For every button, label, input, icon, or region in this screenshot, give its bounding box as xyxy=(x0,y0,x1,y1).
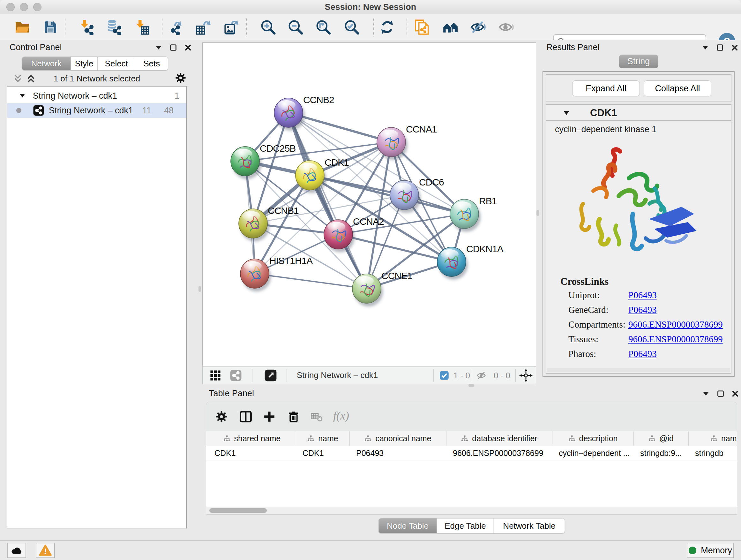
function-builder-icon[interactable]: f(x) xyxy=(333,409,349,422)
column-header-name[interactable]: name xyxy=(296,431,350,446)
cloud-service-button[interactable] xyxy=(7,543,26,558)
fit-content-crosshair-icon[interactable] xyxy=(519,369,533,382)
tab-sets[interactable]: Sets xyxy=(135,57,168,70)
tab-network-table[interactable]: Network Table xyxy=(494,518,565,533)
column-header-shared-name[interactable]: shared name xyxy=(208,431,296,446)
network-node-CCNA2[interactable] xyxy=(324,220,353,249)
zoom-fit-button[interactable] xyxy=(314,18,332,36)
network-node-CCNA1[interactable] xyxy=(377,127,406,157)
zoom-out-button[interactable] xyxy=(286,18,305,36)
crosslink-link[interactable]: 9606.ENSP00000378699 xyxy=(628,334,723,345)
network-view-type-icon[interactable] xyxy=(230,369,242,381)
hide-selected-button[interactable] xyxy=(469,18,487,36)
export-table-button[interactable] xyxy=(194,18,212,36)
entry-header[interactable]: CDK1 xyxy=(546,105,731,121)
close-panel-icon[interactable] xyxy=(184,44,192,51)
network-row[interactable]: String Network – cdk1 11 48 xyxy=(7,103,186,118)
crosslink-link[interactable]: P06493 xyxy=(628,305,657,315)
show-all-button[interactable] xyxy=(497,18,515,36)
memory-button[interactable]: Memory xyxy=(687,543,734,558)
float-panel-icon[interactable] xyxy=(155,44,162,51)
apply-layout-button[interactable] xyxy=(378,18,396,36)
network-node-CCNB1[interactable] xyxy=(239,209,267,238)
collapse-all-button[interactable]: Collapse All xyxy=(644,80,711,97)
export-image-button[interactable] xyxy=(222,18,240,36)
tab-string[interactable]: String xyxy=(619,55,658,68)
tab-edge-table[interactable]: Edge Table xyxy=(437,518,494,533)
import-table-file-button[interactable] xyxy=(133,18,151,36)
zoom-in-button[interactable] xyxy=(259,18,277,36)
table-row[interactable]: CDK1CDK1P064939606.ENSP00000378699cyclin… xyxy=(206,446,737,460)
network-canvas[interactable]: CCNB2CCNA1CDC25BCDK1CDC6RB1CCNB1CCNA2CDK… xyxy=(202,43,536,366)
delete-table-button[interactable] xyxy=(308,408,326,426)
table-cell[interactable]: CDK1 xyxy=(296,446,350,460)
column-header-@id[interactable]: @id xyxy=(634,431,689,446)
tab-node-table[interactable]: Node Table xyxy=(379,518,437,533)
maximize-panel-icon[interactable] xyxy=(717,390,724,397)
network-node-CCNE1[interactable] xyxy=(352,274,381,303)
network-collection-row[interactable]: String Network – cdk1 1 xyxy=(7,88,186,103)
network-node-CDKN1A[interactable] xyxy=(437,247,466,276)
export-network-button[interactable] xyxy=(166,18,185,36)
float-panel-icon[interactable] xyxy=(702,390,710,397)
delete-column-button[interactable] xyxy=(285,408,302,426)
table-cell[interactable]: 9606.ENSP00000378699 xyxy=(447,446,552,460)
new-network-from-selection-button[interactable] xyxy=(413,18,431,36)
network-node-RB1[interactable] xyxy=(450,199,479,229)
entry-disclosure-icon[interactable] xyxy=(562,109,570,117)
table-cell[interactable]: CDK1 xyxy=(208,446,296,460)
column-header-namespace[interactable]: namespace xyxy=(689,431,737,446)
close-panel-icon[interactable] xyxy=(731,44,738,51)
close-panel-icon[interactable] xyxy=(731,390,739,397)
expand-all-button[interactable]: Expand All xyxy=(572,80,640,97)
column-header-canonical-name[interactable]: canonical name xyxy=(350,431,447,446)
network-edge-HIST1H1A-CCNE1[interactable] xyxy=(255,273,367,289)
column-header-database-identifier[interactable]: database identifier xyxy=(447,431,552,446)
hidden-eye-icon[interactable] xyxy=(476,370,487,381)
table-settings-button[interactable] xyxy=(212,408,230,426)
crosslink-row: Compartments:9606.ENSP00000378699 xyxy=(546,319,731,334)
import-network-file-button[interactable] xyxy=(77,18,95,36)
network-node-CDC6[interactable] xyxy=(390,180,419,210)
crosslink-link[interactable]: 9606.ENSP00000378699 xyxy=(628,319,723,330)
save-session-button[interactable] xyxy=(42,18,59,36)
table-cell[interactable]: cyclin–dependent ... xyxy=(552,446,634,460)
scrollbar-thumb[interactable] xyxy=(209,508,267,513)
vertical-splitter-handle[interactable] xyxy=(199,286,201,292)
network-node-CCNB2[interactable] xyxy=(274,98,303,127)
horizontal-splitter-handle[interactable] xyxy=(468,384,474,387)
crosslink-link[interactable]: P06493 xyxy=(628,349,657,359)
node-table[interactable]: shared namenamecanonical namedatabase id… xyxy=(206,431,737,515)
float-panel-icon[interactable] xyxy=(701,44,709,51)
import-network-database-button[interactable] xyxy=(105,18,122,36)
show-columns-button[interactable] xyxy=(237,408,255,426)
maximize-panel-icon[interactable] xyxy=(170,44,177,51)
network-node-CDK1[interactable] xyxy=(295,161,324,190)
network-node-HIST1H1A[interactable] xyxy=(240,259,269,288)
vertical-splitter-handle[interactable] xyxy=(536,210,539,216)
open-session-button[interactable] xyxy=(13,18,31,36)
birdseye-view-icon[interactable] xyxy=(264,369,277,382)
create-column-button[interactable] xyxy=(260,408,278,426)
table-cell[interactable]: stringdb:9... xyxy=(634,446,689,460)
warnings-button[interactable] xyxy=(36,543,55,558)
maximize-panel-icon[interactable] xyxy=(716,44,724,51)
table-horizontal-scrollbar[interactable] xyxy=(206,507,737,514)
tab-select[interactable]: Select xyxy=(98,57,135,70)
crosslink-link[interactable]: P06493 xyxy=(628,290,657,300)
network-options-gear-icon[interactable] xyxy=(175,72,187,84)
collection-disclosure-icon[interactable] xyxy=(19,92,26,99)
table-cell[interactable]: stringdb xyxy=(689,446,737,460)
results-scrollbar-track[interactable] xyxy=(547,368,730,372)
grid-view-icon[interactable] xyxy=(210,370,221,381)
network-node-CDC25B[interactable] xyxy=(231,146,259,176)
zoom-selected-button[interactable] xyxy=(343,18,360,36)
tab-network[interactable]: Network xyxy=(22,57,71,70)
selected-checkbox-icon[interactable] xyxy=(440,371,449,380)
tab-style[interactable]: Style xyxy=(71,57,98,70)
column-header-description[interactable]: description xyxy=(552,431,634,446)
table-cell[interactable]: P06493 xyxy=(350,446,447,460)
first-neighbors-button[interactable] xyxy=(442,18,460,36)
zoom-selected-icon xyxy=(344,19,360,35)
network-graph[interactable]: CCNB2CCNA1CDC25BCDK1CDC6RB1CCNB1CCNA2CDK… xyxy=(203,43,536,367)
